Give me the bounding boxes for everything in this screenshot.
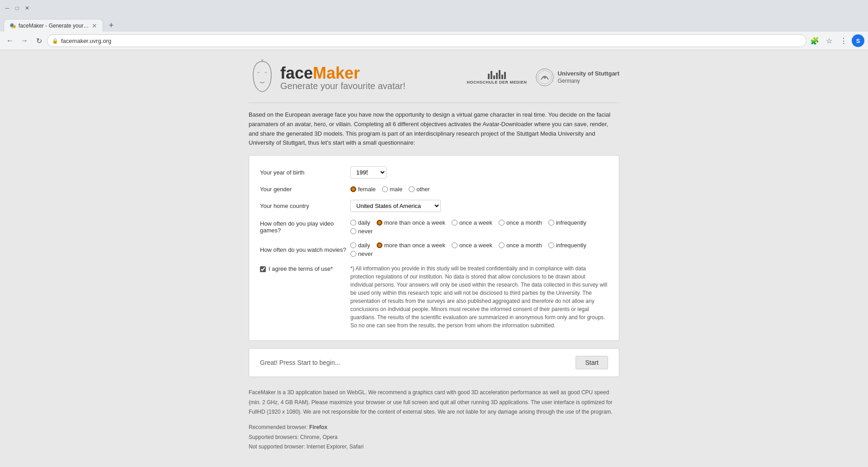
home-country-control: United States of America Germany France … [350, 200, 608, 212]
url-text: facemaker.uvrg.org [61, 38, 802, 44]
hdm-logo: HOCHSCHULE DER MEDIEN [467, 70, 527, 85]
mov-more-once-week-radio[interactable] [377, 242, 382, 248]
gender-female-label: female [358, 186, 376, 193]
close-tab-icon[interactable]: ✕ [92, 22, 97, 29]
address-bar-row: ← → ↻ 🔒 facemaker.uvrg.org 🧩 ☆ ⋮ S [0, 32, 868, 50]
vg-more-once-week-label: more than once a week [384, 219, 445, 226]
year-of-birth-select[interactable]: 1995 1990 1991 1992 1993 1994 1996 1997 … [350, 166, 387, 179]
back-button[interactable]: ← [4, 34, 16, 47]
hdm-bars [488, 70, 506, 79]
svg-line-0 [261, 59, 262, 61]
mov-more-once-week-option[interactable]: more than once a week [377, 242, 445, 249]
gender-male-label: male [390, 186, 402, 193]
mov-once-month-radio[interactable] [499, 242, 505, 248]
recommended-browser: Recommended browser: Firefox [249, 423, 619, 433]
vg-infrequently-option[interactable]: infrequently [548, 219, 586, 226]
vg-more-once-week-option[interactable]: more than once a week [377, 219, 445, 226]
supported-browsers: Supported browsers: Chrome, Opera [249, 433, 619, 443]
gender-female-radio[interactable] [350, 186, 356, 192]
window-controls: ─ □ ✕ [4, 5, 31, 12]
minimize-button[interactable]: ─ [4, 5, 11, 12]
home-country-select[interactable]: United States of America Germany France … [350, 200, 441, 212]
video-games-label: How often do you play video games? [260, 220, 350, 234]
stuttgart-logo: University of Stuttgart Germany [536, 68, 619, 86]
profile-button[interactable]: S [852, 34, 864, 47]
extensions-button[interactable]: 🧩 [808, 34, 821, 47]
hdm-bar-5 [499, 70, 500, 79]
vg-once-week-option[interactable]: once a week [452, 219, 492, 226]
mov-daily-radio[interactable] [350, 242, 356, 248]
mov-daily-option[interactable]: daily [350, 242, 370, 249]
university-name: University of Stuttgart [557, 70, 619, 78]
logo-area: faceMaker Generate your favourite avatar… [249, 59, 406, 95]
terms-label[interactable]: I agree the terms of use* [269, 265, 333, 272]
header: faceMaker Generate your favourite avatar… [249, 59, 619, 95]
favicon: 🎭 [9, 23, 16, 29]
logo-title: faceMaker [280, 64, 406, 83]
gender-label: Your gender [260, 186, 350, 193]
gender-other-option[interactable]: other [409, 186, 430, 193]
vg-once-month-option[interactable]: once a month [499, 219, 542, 226]
hdm-bar-6 [501, 75, 503, 79]
mov-once-week-label: once a week [459, 242, 492, 249]
active-tab[interactable]: 🎭 faceMaker - Generate your favo... ✕ [4, 19, 103, 32]
mov-daily-label: daily [358, 242, 370, 249]
gender-radio-group: female male other [350, 186, 608, 193]
logo-face-text: face [280, 64, 313, 82]
close-button[interactable]: ✕ [24, 5, 31, 12]
gender-male-radio[interactable] [382, 186, 388, 192]
vg-daily-option[interactable]: daily [350, 219, 370, 226]
new-tab-button[interactable]: + [105, 19, 118, 32]
mov-once-week-option[interactable]: once a week [452, 242, 492, 249]
mov-infrequently-option[interactable]: infrequently [548, 242, 586, 249]
mov-once-week-radio[interactable] [452, 242, 458, 248]
vg-never-option[interactable]: never [350, 228, 373, 235]
terms-label-area: I agree the terms of use* [260, 264, 350, 272]
forward-button[interactable]: → [18, 34, 31, 47]
vg-once-week-radio[interactable] [452, 220, 458, 226]
mov-infrequently-radio[interactable] [548, 242, 554, 248]
page-footer: FaceMaker is a 3D application based on W… [249, 388, 619, 452]
mov-once-month-option[interactable]: once a month [499, 242, 542, 249]
vg-daily-radio[interactable] [350, 220, 356, 226]
refresh-icon: ↻ [36, 37, 42, 45]
logo-text-area: faceMaker Generate your favourite avatar… [280, 64, 406, 91]
vg-never-radio[interactable] [350, 228, 356, 234]
rec-browser-value: Firefox [309, 424, 327, 430]
mov-never-radio[interactable] [350, 251, 356, 257]
gender-male-option[interactable]: male [382, 186, 402, 193]
gender-control: female male other [350, 186, 608, 193]
hdm-bar-1 [488, 74, 490, 79]
gender-other-radio[interactable] [409, 186, 415, 192]
university-country: Germany [557, 78, 619, 85]
vg-infrequently-radio[interactable] [548, 220, 554, 226]
home-country-row: Your home country United States of Ameri… [260, 200, 608, 212]
year-of-birth-label: Your year of birth [260, 169, 350, 176]
refresh-button[interactable]: ↻ [33, 34, 45, 47]
vg-once-month-label: once a month [506, 219, 542, 226]
mov-never-option[interactable]: never [350, 250, 373, 257]
movies-row: How often do you watch movies? daily mor… [260, 242, 608, 257]
movies-control: daily more than once a week once a week [350, 242, 608, 257]
home-country-label: Your home country [260, 203, 350, 209]
not-supported-browsers: Not supported browser: Internet Explorer… [249, 442, 619, 452]
mov-infrequently-label: infrequently [556, 242, 586, 249]
rec-browser-label: Recommended browser: [249, 424, 309, 430]
address-box[interactable]: 🔒 facemaker.uvrg.org [47, 34, 807, 47]
browser-chrome: ─ □ ✕ 🎭 faceMaker - Generate your favo..… [0, 0, 868, 50]
mov-once-month-label: once a month [506, 242, 542, 249]
vg-more-once-week-radio[interactable] [377, 220, 382, 226]
terms-checkbox[interactable] [260, 266, 266, 272]
maximize-button[interactable]: □ [14, 5, 21, 12]
svg-point-4 [543, 76, 546, 79]
bookmark-button[interactable]: ☆ [823, 34, 835, 47]
page-content: faceMaker Generate your favourite avatar… [0, 50, 868, 467]
svg-line-1 [262, 59, 263, 61]
settings-button[interactable]: ⋮ [837, 34, 850, 47]
hdm-bar-7 [504, 72, 506, 79]
vg-once-month-radio[interactable] [499, 220, 505, 226]
start-button[interactable]: Start [576, 356, 608, 369]
vg-once-week-label: once a week [459, 219, 492, 226]
gender-female-option[interactable]: female [350, 186, 376, 193]
footer-note: FaceMaker is a 3D application based on W… [249, 388, 619, 417]
